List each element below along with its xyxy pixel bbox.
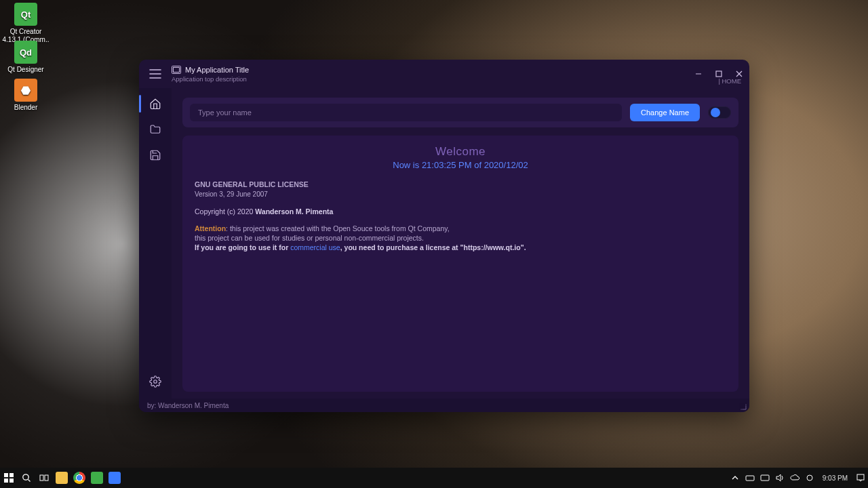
tray-onedrive[interactable]: [787, 468, 802, 488]
change-name-button[interactable]: Change Name: [630, 104, 700, 121]
running-app-icon: [108, 472, 121, 484]
breadcrumb: | HOME: [718, 77, 741, 85]
hamburger-icon: [149, 69, 161, 79]
now-time: 21:03:25 PM of 2020/12/02: [422, 160, 528, 170]
copyright-line: Copyright (c) 2020 Wanderson M. Pimenta: [195, 207, 726, 216]
network-icon: [760, 473, 770, 483]
desktop-icon-qtcreator[interactable]: Qt Qt Creator 4.13.1 (Comm..: [2, 3, 50, 44]
svg-rect-7: [9, 479, 14, 483]
svg-rect-5: [9, 473, 14, 477]
title-wrap: My Application Title Application top des…: [172, 62, 249, 86]
app-window: My Application Title Application top des…: [139, 60, 749, 412]
desktop: Qt Qt Creator 4.13.1 (Comm.. Qd Qt Desig…: [0, 0, 868, 488]
folder-icon: [149, 123, 161, 136]
svg-rect-11: [746, 476, 754, 481]
sidebar-item-home[interactable]: [139, 91, 172, 117]
svg-rect-2: [716, 71, 722, 77]
cloud-icon: [790, 473, 800, 483]
svg-point-8: [23, 474, 28, 480]
search-icon: [22, 473, 31, 483]
notification-button[interactable]: [853, 468, 868, 488]
taskbar-app-explorer[interactable]: [53, 468, 71, 488]
footer-credit: by: Wanderson M. Pimenta: [147, 402, 229, 409]
taskbar-app-qt[interactable]: [88, 468, 106, 488]
sidebar-item-save[interactable]: [139, 142, 172, 168]
taskbar: 9:03 PM: [0, 468, 868, 488]
welcome-heading: Welcome: [195, 145, 726, 159]
attention-label: Attention: [195, 224, 226, 232]
notification-icon: [856, 473, 865, 483]
input-row: Change Name: [182, 98, 738, 127]
minimize-icon: [694, 70, 703, 78]
svg-rect-10: [45, 475, 48, 481]
desktop-icon-label: Blender: [2, 104, 50, 112]
desktop-icon-blender[interactable]: ⬣ Blender: [2, 79, 50, 112]
now-line: Now is 21:03:25 PM of 2020/12/02: [195, 160, 726, 170]
license-version: Version 3, 29 June 2007: [195, 190, 268, 198]
svg-point-3: [154, 380, 157, 384]
blender-icon: ⬣: [14, 79, 37, 102]
svg-rect-9: [40, 475, 43, 481]
tray-expand-button[interactable]: [728, 468, 743, 488]
svg-rect-14: [857, 474, 864, 480]
svg-rect-4: [4, 473, 8, 477]
sidebar: [139, 88, 172, 399]
app-icon: [172, 66, 181, 74]
theme-toggle[interactable]: [708, 106, 731, 119]
tray-app-icon: [805, 473, 814, 483]
volume-icon: [775, 473, 785, 483]
qtdesigner-icon: Qd: [14, 41, 37, 64]
svg-point-13: [807, 475, 812, 481]
chevron-up-icon: [730, 473, 740, 483]
gear-icon: [149, 375, 161, 388]
tray-keyboard[interactable]: [743, 468, 757, 488]
content-panel: Welcome Now is 21:03:25 PM of 2020/12/02…: [182, 136, 738, 392]
minimize-button[interactable]: [688, 64, 709, 83]
app-description: Application top description: [172, 75, 249, 83]
search-button[interactable]: [18, 468, 35, 488]
resize-grip-icon[interactable]: [740, 403, 747, 410]
chrome-icon: [73, 472, 85, 484]
svg-rect-1: [174, 67, 180, 72]
taskbar-app-chrome[interactable]: [71, 468, 88, 488]
qtcreator-icon: Qt: [14, 3, 37, 26]
commercial-use-link[interactable]: commercial use: [290, 243, 340, 251]
attention-paragraph: Attention: this project was created with…: [195, 224, 726, 252]
footer: by: Wanderson M. Pimenta: [139, 399, 749, 412]
home-icon: [149, 98, 161, 110]
app-title: My Application Title: [185, 66, 249, 74]
tray-app[interactable]: [802, 468, 817, 488]
keyboard-icon: [745, 473, 755, 483]
taskbar-app-running[interactable]: [106, 468, 123, 488]
start-button[interactable]: [0, 468, 18, 488]
now-prefix: Now is: [393, 160, 422, 170]
name-input[interactable]: [190, 104, 622, 121]
tray-volume[interactable]: [772, 468, 787, 488]
save-icon: [149, 149, 161, 161]
taskview-icon: [39, 473, 49, 483]
main-area: Change Name Welcome Now is 21:03:25 PM o…: [172, 88, 749, 399]
svg-rect-6: [4, 479, 8, 483]
desktop-icon-label: Qt Designer: [2, 66, 50, 74]
windows-icon: [4, 473, 14, 483]
taskview-button[interactable]: [35, 468, 53, 488]
desktop-icon-qtdesigner[interactable]: Qd Qt Designer: [2, 41, 50, 74]
svg-rect-12: [761, 475, 769, 481]
titlebar[interactable]: My Application Title Application top des…: [139, 60, 749, 88]
explorer-icon: [56, 472, 68, 484]
qt-icon: [91, 472, 103, 484]
license-title: GNU GENERAL PUBLIC LICENSE Version 3, 29…: [195, 180, 726, 199]
taskbar-clock[interactable]: 9:03 PM: [817, 474, 853, 482]
sidebar-item-open[interactable]: [139, 117, 172, 142]
menu-button[interactable]: [139, 60, 172, 88]
tray-network[interactable]: [757, 468, 772, 488]
toggle-knob: [711, 108, 720, 117]
sidebar-item-settings[interactable]: [139, 369, 172, 394]
